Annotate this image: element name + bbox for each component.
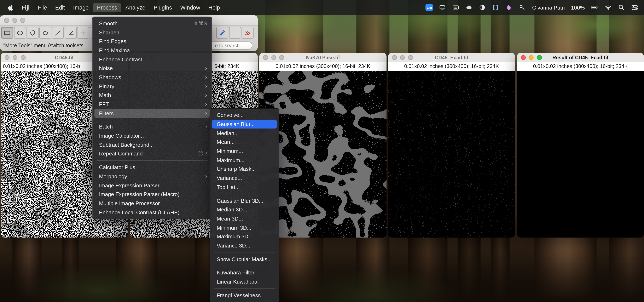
minimize-button[interactable] bbox=[13, 55, 18, 60]
process-menu-item-multiple-image-processor[interactable]: Multiple Image Processor bbox=[94, 199, 210, 208]
window-titlebar[interactable]: Result of CD45_Ecad.tif bbox=[517, 53, 644, 62]
close-button[interactable] bbox=[4, 18, 9, 23]
process-menu-item-enhance-contrast[interactable]: Enhance Contrast... bbox=[94, 55, 210, 64]
close-button[interactable] bbox=[4, 55, 9, 60]
spotlight-search-icon[interactable] bbox=[618, 4, 625, 12]
process-menu-item-find-maxima[interactable]: Find Maxima... bbox=[94, 46, 210, 55]
process-menu-item-repeat-command[interactable]: Repeat Command⌘R bbox=[94, 149, 210, 158]
process-menu-item-noise[interactable]: Noise› bbox=[94, 64, 210, 73]
point-tool[interactable] bbox=[77, 27, 89, 39]
wifi-icon[interactable] bbox=[604, 4, 612, 12]
search-input[interactable]: re to search bbox=[209, 42, 252, 50]
process-menu: Smooth⇧⌘SSharpenFind EdgesFind Maxima...… bbox=[92, 16, 212, 219]
filters-menu-item-mean-3d[interactable]: Mean 3D... bbox=[212, 214, 277, 223]
window-titlebar[interactable]: NaKATPase.tif bbox=[259, 53, 386, 62]
filters-menu-item-kuwahara-filter[interactable]: Kuwahara Filter bbox=[212, 268, 277, 277]
zoom-button[interactable] bbox=[408, 55, 413, 60]
polygon-tool[interactable] bbox=[26, 27, 38, 39]
keyboard-icon[interactable] bbox=[452, 4, 460, 12]
filters-menu-item-gaussian-blur-3d[interactable]: Gaussian Blur 3D... bbox=[212, 196, 277, 205]
filters-menu-item-frangi-vesselness[interactable]: Frangi Vesselness bbox=[212, 291, 277, 300]
menubar-item-fiji[interactable]: Fiji bbox=[18, 3, 34, 12]
window-titlebar[interactable]: CD45_Ecad.tif bbox=[388, 53, 515, 62]
process-menu-item-image-expression-parser-macro[interactable]: Image Expression Parser (Macro) bbox=[94, 190, 210, 199]
process-menu-item-smooth[interactable]: Smooth⇧⌘S bbox=[94, 19, 210, 28]
filters-menu-item-minimum-3d[interactable]: Minimum 3D... bbox=[212, 223, 277, 232]
image-window-cd45-ecad[interactable]: CD45_Ecad.tif 0.01x0.02 inches (300x400)… bbox=[388, 53, 515, 237]
image-canvas[interactable] bbox=[517, 71, 644, 237]
menubar-item-file[interactable]: File bbox=[34, 3, 51, 12]
blank-tool[interactable] bbox=[229, 27, 241, 39]
process-menu-item-math[interactable]: Math› bbox=[94, 91, 210, 100]
filters-menu-item-median-3d[interactable]: Median 3D... bbox=[212, 205, 277, 214]
menubar-user-name[interactable]: Givanna Putri bbox=[532, 5, 565, 11]
close-button[interactable] bbox=[392, 55, 397, 60]
filters-menu-item-gaussian-blur[interactable]: Gaussian Blur... bbox=[212, 120, 277, 129]
minimize-button[interactable] bbox=[12, 18, 17, 23]
display-icon[interactable] bbox=[439, 4, 446, 12]
menubar-item-window[interactable]: Window bbox=[176, 3, 204, 12]
filters-menu-item-convolve[interactable]: Convolve... bbox=[212, 111, 277, 120]
filters-menu-item-variance-3d[interactable]: Variance 3D... bbox=[212, 241, 277, 250]
menubar-item-help[interactable]: Help bbox=[204, 3, 224, 12]
zoom-app-icon[interactable]: zm bbox=[426, 4, 433, 12]
close-button[interactable] bbox=[521, 55, 526, 60]
filters-menu-item-minimum[interactable]: Minimum... bbox=[212, 147, 277, 156]
line-tool[interactable] bbox=[52, 27, 64, 39]
filters-menu-item-maximum-3d[interactable]: Maximum 3D... bbox=[212, 232, 277, 241]
filters-menu-item-maximum[interactable]: Maximum... bbox=[212, 156, 277, 165]
menu-item-label: Find Maxima... bbox=[99, 47, 207, 54]
process-menu-item-filters[interactable]: Filters› bbox=[94, 109, 210, 118]
minimize-button[interactable] bbox=[529, 55, 534, 60]
minimize-button[interactable] bbox=[400, 55, 405, 60]
key-icon[interactable] bbox=[518, 4, 526, 12]
battery-icon[interactable] bbox=[591, 4, 598, 12]
process-menu-item-batch[interactable]: Batch› bbox=[94, 122, 210, 131]
filters-menu-item-median[interactable]: Median... bbox=[212, 129, 277, 138]
contrast-circle-icon[interactable] bbox=[479, 4, 486, 12]
filters-menu-item-linear-kuwahara[interactable]: Linear Kuwahara bbox=[212, 277, 277, 286]
process-menu-item-sharpen[interactable]: Sharpen bbox=[94, 28, 210, 37]
process-menu-item-subtract-background[interactable]: Subtract Background... bbox=[94, 140, 210, 149]
process-menu-item-enhance-local-contrast-clahe[interactable]: Enhance Local Contrast (CLAHE) bbox=[94, 208, 210, 217]
apple-menu[interactable] bbox=[5, 4, 16, 11]
more-tools[interactable]: ≫ bbox=[242, 27, 254, 39]
process-menu-item-morphology[interactable]: Morphology› bbox=[94, 172, 210, 181]
process-menu-item-fft[interactable]: FFT› bbox=[94, 100, 210, 109]
rectangle-tool[interactable] bbox=[1, 27, 13, 39]
filters-menu-item-top-hat[interactable]: Top Hat... bbox=[212, 183, 277, 191]
process-menu-item-image-expression-parser[interactable]: Image Expression Parser bbox=[94, 181, 210, 190]
zoom-button[interactable] bbox=[21, 55, 26, 60]
process-menu-item-image-calculator[interactable]: Image Calculator... bbox=[94, 131, 210, 140]
zoom-button[interactable] bbox=[279, 55, 284, 60]
color-picker-tool[interactable] bbox=[216, 27, 228, 39]
process-menu-item-calculator-plus[interactable]: Calculator Plus bbox=[94, 163, 210, 172]
freehand-tool[interactable] bbox=[39, 27, 51, 39]
menubar-item-analyze[interactable]: Analyze bbox=[122, 3, 150, 12]
zoom-button[interactable] bbox=[537, 55, 542, 60]
filters-menu-item-variance[interactable]: Variance... bbox=[212, 174, 277, 183]
filters-menu-item-unsharp-mask[interactable]: Unsharp Mask... bbox=[212, 165, 277, 173]
filters-menu-item-show-circular-masks[interactable]: Show Circular Masks... bbox=[212, 255, 277, 264]
battery-percentage: 100% bbox=[571, 5, 585, 11]
menubar-item-process[interactable]: Process bbox=[93, 3, 122, 12]
close-button[interactable] bbox=[263, 55, 268, 60]
brackets-icon[interactable] bbox=[492, 4, 500, 12]
minimize-button[interactable] bbox=[271, 55, 276, 60]
filters-menu-item-mean[interactable]: Mean... bbox=[212, 138, 277, 147]
zoom-button[interactable] bbox=[20, 18, 25, 23]
image-canvas[interactable] bbox=[388, 71, 515, 237]
process-menu-item-find-edges[interactable]: Find Edges bbox=[94, 37, 210, 46]
menubar-item-image[interactable]: Image bbox=[69, 3, 93, 12]
process-menu-item-shadows[interactable]: Shadows› bbox=[94, 73, 210, 82]
spray-icon[interactable] bbox=[505, 4, 513, 12]
angle-tool[interactable] bbox=[64, 27, 76, 39]
oval-tool[interactable] bbox=[14, 27, 26, 39]
menubar-item-edit[interactable]: Edit bbox=[51, 3, 69, 12]
image-window-result[interactable]: Result of CD45_Ecad.tif 0.01x0.02 inches… bbox=[517, 53, 644, 237]
menubar-item-plugins[interactable]: Plugins bbox=[150, 3, 176, 12]
control-center-icon[interactable] bbox=[631, 4, 638, 12]
menu-item-label: Unsharp Mask... bbox=[217, 166, 274, 172]
cloud-icon[interactable] bbox=[466, 4, 473, 12]
process-menu-item-binary[interactable]: Binary› bbox=[94, 82, 210, 91]
